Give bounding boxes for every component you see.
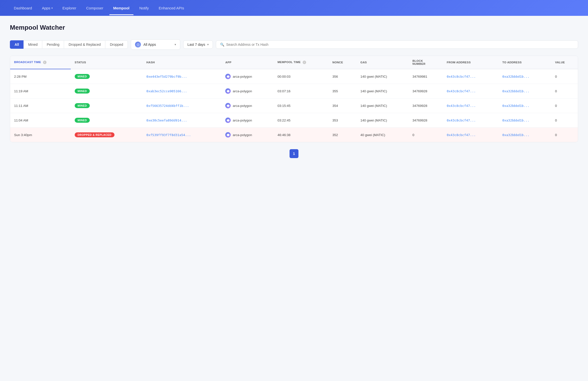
from-address-link[interactable]: 0x43c8cbcf47...: [447, 75, 476, 78]
nav-apps[interactable]: Apps ▾: [38, 4, 56, 12]
cell-broadcast-time: Sun 3:40pm: [10, 128, 71, 142]
hash-link[interactable]: 0xe443ef5d279bcf9b...: [146, 75, 187, 78]
cell-status: MINED: [71, 69, 142, 84]
tab-all[interactable]: All: [10, 40, 23, 49]
hash-link[interactable]: 0xe30c5eefa89dd914...: [146, 119, 187, 122]
search-icon: 🔍: [220, 43, 224, 47]
app-icon: [225, 118, 231, 123]
broadcast-time-info-icon[interactable]: i: [43, 61, 46, 64]
cell-from-address: 0x43c8cbcf47...: [443, 128, 498, 142]
cell-block-number: 0: [408, 128, 443, 142]
app-icon: [225, 88, 231, 94]
table-row: 11:19 AM MINED 0xab3ec52cce905166... arc…: [10, 84, 578, 98]
to-address-link[interactable]: 0xa32bbbd1b...: [502, 119, 530, 122]
cell-block-number: 34769928: [408, 98, 443, 113]
cell-mempool-time: 46:46:38: [273, 128, 328, 142]
col-gas: GAS: [357, 56, 408, 69]
days-dropdown[interactable]: Last 7 days ▾: [183, 40, 213, 49]
page-1-button[interactable]: 1: [290, 149, 298, 158]
status-badge: MINED: [75, 103, 90, 108]
app-dropdown-arrow: ▾: [175, 43, 176, 46]
cell-value: 0: [551, 113, 578, 128]
cell-mempool-time: 03:07:16: [273, 84, 328, 98]
col-mempool-time: MEMPOOL TIME i: [273, 56, 328, 69]
cell-value: 0: [551, 84, 578, 98]
hash-link[interactable]: 0xf56635724dd4bff1b...: [146, 104, 189, 108]
cell-to-address: 0xa32bbbd1b...: [498, 128, 551, 142]
filters-row: All Mined Pending Dropped & Replaced Dro…: [10, 39, 578, 50]
app-dropdown-label: All Apps: [143, 43, 156, 47]
cell-to-address: 0xa32bbbd1b...: [498, 98, 551, 113]
app-name: arca-polygon: [233, 104, 252, 108]
hash-link[interactable]: 0xf539ff93f7f8d31a54...: [146, 133, 191, 137]
mempool-time-info-icon[interactable]: i: [303, 61, 306, 64]
col-hash: HASH: [142, 56, 221, 69]
nav-dashboard[interactable]: Dashboard: [10, 4, 36, 12]
cell-mempool-time: 03:22:45: [273, 113, 328, 128]
from-address-link[interactable]: 0x43c8cbcf47...: [447, 133, 476, 137]
nav-enhanced-apis[interactable]: Enhanced APIs: [155, 4, 188, 12]
cell-broadcast-time: 11:19 AM: [10, 84, 71, 98]
nav-explorer[interactable]: Explorer: [59, 4, 80, 12]
col-app: APP: [221, 56, 273, 69]
tab-dropped[interactable]: Dropped: [105, 40, 128, 49]
cell-value: 0: [551, 128, 578, 142]
pagination: 1: [10, 142, 578, 165]
app-dropdown[interactable]: ⬡ All Apps ▾: [131, 39, 180, 50]
search-input[interactable]: [226, 43, 574, 47]
cell-broadcast-time: 11:11 AM: [10, 98, 71, 113]
cell-from-address: 0x43c8cbcf47...: [443, 84, 498, 98]
cell-to-address: 0xa32bbbd1b...: [498, 69, 551, 84]
cell-block-number: 34769981: [408, 69, 443, 84]
nav-mempool[interactable]: Mempool: [109, 4, 134, 12]
cell-nonce: 354: [328, 98, 356, 113]
cell-value: 0: [551, 69, 578, 84]
cell-to-address: 0xa32bbbd1b...: [498, 113, 551, 128]
page-title: Mempool Watcher: [10, 24, 578, 31]
cell-block-number: 34769928: [408, 84, 443, 98]
cell-mempool-time: 00:00:03: [273, 69, 328, 84]
to-address-link[interactable]: 0xa32bbbd1b...: [502, 133, 530, 137]
cell-gas: 140 gwei (MATIC): [357, 69, 408, 84]
to-address-link[interactable]: 0xa32bbbd1b...: [502, 75, 530, 78]
table-row: 11:11 AM MINED 0xf56635724dd4bff1b... ar…: [10, 98, 578, 113]
table-row: Sun 3:40pm DROPPED & REPLACED 0xf539ff93…: [10, 128, 578, 142]
to-address-link[interactable]: 0xa32bbbd1b...: [502, 104, 530, 108]
cell-nonce: 355: [328, 84, 356, 98]
transactions-table: BROADCAST TIME i STATUS HASH APP MEMPOOL…: [10, 56, 578, 142]
cell-from-address: 0x43c8cbcf47...: [443, 98, 498, 113]
app-name: arca-polygon: [233, 133, 252, 137]
from-address-link[interactable]: 0x43c8cbcf47...: [447, 89, 476, 93]
app-icon: [225, 103, 231, 108]
status-badge: MINED: [75, 118, 90, 123]
status-badge: MINED: [75, 74, 90, 79]
hash-link[interactable]: 0xab3ec52cce905166...: [146, 89, 187, 93]
cell-nonce: 353: [328, 113, 356, 128]
cell-status: MINED: [71, 113, 142, 128]
cell-app: arca-polygon: [221, 84, 273, 98]
cell-hash: 0xf539ff93f7f8d31a54...: [142, 128, 221, 142]
search-box[interactable]: 🔍: [216, 40, 578, 49]
from-address-link[interactable]: 0x43c8cbcf47...: [447, 119, 476, 122]
cell-status: MINED: [71, 84, 142, 98]
cell-broadcast-time: 11:04 AM: [10, 113, 71, 128]
tab-mined[interactable]: Mined: [23, 40, 42, 49]
to-address-link[interactable]: 0xa32bbbd1b...: [502, 89, 530, 93]
app-name: arca-polygon: [233, 89, 252, 93]
tab-pending[interactable]: Pending: [42, 40, 64, 49]
app-icon: [225, 132, 231, 138]
cell-hash: 0xf56635724dd4bff1b...: [142, 98, 221, 113]
cell-app: arca-polygon: [221, 69, 273, 84]
cell-app: arca-polygon: [221, 98, 273, 113]
cell-status: DROPPED & REPLACED: [71, 128, 142, 142]
nav-notify[interactable]: Notify: [136, 4, 153, 12]
status-badge: DROPPED & REPLACED: [75, 132, 114, 137]
cell-to-address: 0xa32bbbd1b...: [498, 84, 551, 98]
from-address-link[interactable]: 0x43c8cbcf47...: [447, 104, 476, 108]
tab-dropped-replaced[interactable]: Dropped & Replaced: [64, 40, 105, 49]
app-name: arca-polygon: [233, 119, 252, 122]
cell-nonce: 356: [328, 69, 356, 84]
cell-block-number: 34769928: [408, 113, 443, 128]
cell-value: 0: [551, 98, 578, 113]
nav-composer[interactable]: Composer: [82, 4, 107, 12]
